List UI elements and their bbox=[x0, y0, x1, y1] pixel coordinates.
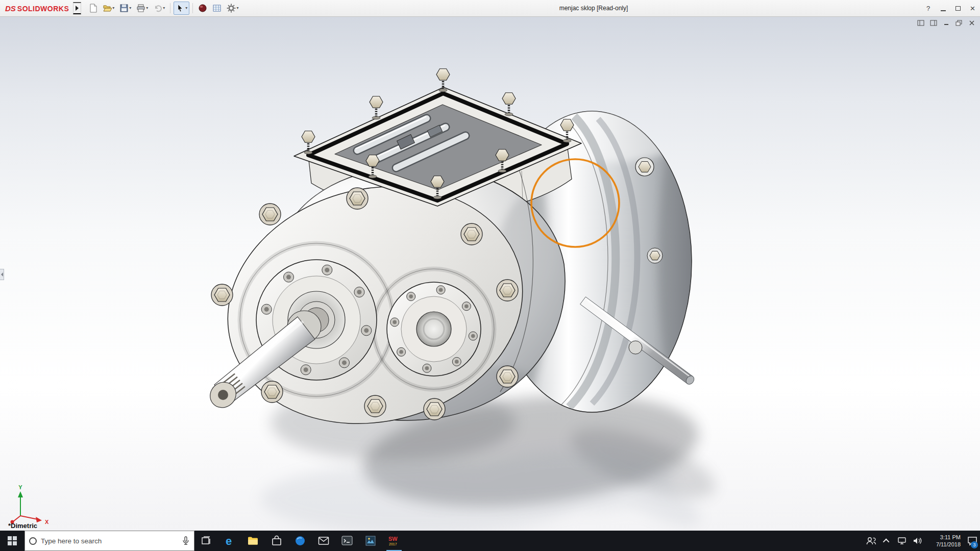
search-input[interactable] bbox=[41, 537, 178, 545]
people-icon bbox=[866, 536, 877, 546]
clock-date: 7/11/2018 bbox=[936, 541, 961, 548]
svg-text:SW: SW bbox=[388, 536, 398, 542]
blue-app-icon bbox=[294, 535, 306, 547]
file-explorer-icon bbox=[247, 535, 259, 547]
help-button[interactable]: ? bbox=[921, 0, 936, 17]
start-button[interactable] bbox=[0, 531, 24, 551]
store-icon bbox=[271, 535, 283, 547]
svg-text:e: e bbox=[226, 535, 232, 547]
options-button[interactable]: ▾ bbox=[225, 2, 240, 15]
doc-pane-left-button[interactable] bbox=[916, 19, 925, 27]
start-icon bbox=[8, 536, 17, 545]
notification-badge: 3 bbox=[971, 541, 978, 548]
mail-button[interactable] bbox=[312, 531, 335, 551]
rebuild-icon bbox=[198, 4, 207, 13]
solidworks-taskbar-button[interactable]: SW 2017 bbox=[382, 531, 406, 551]
close-icon: × bbox=[970, 4, 975, 14]
network-button[interactable] bbox=[894, 531, 910, 551]
secondary-flange[interactable] bbox=[387, 282, 481, 376]
titlebar: DS SOLIDWORKS ▾ bbox=[0, 0, 980, 17]
doc-close-button[interactable] bbox=[967, 19, 976, 27]
minimize-button[interactable] bbox=[936, 0, 950, 17]
save-icon bbox=[119, 4, 129, 13]
toolbar-separator bbox=[170, 3, 170, 13]
select-arrow-icon bbox=[176, 4, 185, 13]
taskbar-search[interactable] bbox=[24, 531, 194, 551]
taskbar-clock[interactable]: 3:11 PM 7/11/2018 bbox=[925, 531, 965, 551]
ds-logo-mark: DS bbox=[5, 4, 16, 13]
open-button[interactable]: ▾ bbox=[101, 2, 116, 15]
print-button[interactable]: ▾ bbox=[134, 2, 150, 15]
undo-button[interactable]: ▾ bbox=[151, 2, 167, 15]
document-window-controls bbox=[916, 19, 976, 27]
triad-y-label: Y bbox=[18, 484, 22, 490]
window-controls: ? × bbox=[921, 0, 980, 17]
toolbar-flyout-button[interactable] bbox=[73, 2, 81, 14]
doc-pane-right-button[interactable] bbox=[929, 19, 938, 27]
microphone-icon[interactable] bbox=[182, 536, 190, 545]
photos-icon bbox=[364, 535, 377, 547]
photos-button[interactable] bbox=[359, 531, 382, 551]
new-document-button[interactable] bbox=[86, 2, 100, 15]
new-document-icon bbox=[88, 4, 97, 13]
options-gear-icon bbox=[227, 4, 236, 13]
open-icon bbox=[103, 4, 112, 13]
task-view-icon bbox=[201, 535, 212, 546]
close-icon bbox=[969, 20, 975, 26]
close-button[interactable]: × bbox=[965, 0, 980, 17]
maximize-icon bbox=[955, 6, 961, 11]
volume-button[interactable] bbox=[910, 531, 925, 551]
volume-icon bbox=[912, 536, 922, 545]
undo-icon bbox=[153, 4, 162, 13]
y-axis-arrow-icon bbox=[18, 491, 23, 497]
flyout-arrow-icon bbox=[76, 6, 79, 11]
network-icon bbox=[897, 536, 907, 545]
solidworks-window: DS SOLIDWORKS ▾ bbox=[0, 0, 980, 551]
toolbar-separator bbox=[192, 3, 193, 13]
minimize-icon bbox=[941, 10, 946, 11]
save-button[interactable]: ▾ bbox=[117, 2, 133, 15]
task-view-button[interactable] bbox=[194, 531, 218, 551]
edge-button[interactable]: e bbox=[218, 531, 241, 551]
edge-icon: e bbox=[224, 535, 236, 547]
hidden-icons-button[interactable] bbox=[879, 531, 894, 551]
doc-minimize-button[interactable] bbox=[942, 19, 950, 27]
doc-restore-button[interactable] bbox=[954, 19, 963, 27]
people-button[interactable] bbox=[864, 531, 879, 551]
restore-icon bbox=[955, 20, 962, 26]
action-center-button[interactable]: 3 bbox=[965, 531, 980, 551]
hidden-icons-chevron-icon bbox=[883, 538, 889, 545]
dropdown-caret-icon: ▾ bbox=[129, 6, 131, 10]
solidworks-logo[interactable]: DS SOLIDWORKS bbox=[0, 4, 73, 13]
mail-icon bbox=[317, 535, 330, 547]
model-3d-view[interactable]: Y X bbox=[0, 17, 980, 531]
triad-x-label: X bbox=[45, 519, 49, 525]
select-tool-button[interactable]: ▾ bbox=[174, 2, 189, 15]
dropdown-caret-icon: ▾ bbox=[236, 6, 238, 10]
dropdown-caret-icon: ▾ bbox=[112, 6, 114, 10]
blue-app-button[interactable] bbox=[288, 531, 312, 551]
clock-time: 3:11 PM bbox=[940, 534, 961, 541]
print-icon bbox=[136, 4, 145, 13]
file-explorer-button[interactable] bbox=[241, 531, 265, 551]
panel-collapse-arrow[interactable] bbox=[0, 269, 4, 280]
orientation-triad: Y X bbox=[11, 484, 50, 525]
file-properties-button[interactable] bbox=[210, 2, 224, 15]
quick-access-toolbar: ▾ ▾ ▾ bbox=[86, 2, 240, 15]
maximize-button[interactable] bbox=[950, 0, 965, 17]
gearbox-model[interactable] bbox=[203, 69, 715, 454]
app-name: SOLIDWORKS bbox=[17, 5, 69, 13]
dropdown-caret-icon: ▾ bbox=[185, 6, 187, 10]
cortana-ring-icon bbox=[29, 537, 37, 545]
collapse-arrow-icon bbox=[1, 272, 3, 277]
store-button[interactable] bbox=[265, 531, 288, 551]
command-prompt-button[interactable] bbox=[335, 531, 359, 551]
graphics-area[interactable]: Y X bbox=[0, 17, 980, 531]
command-prompt-icon bbox=[341, 535, 353, 547]
file-properties-icon bbox=[212, 4, 222, 13]
rebuild-button[interactable] bbox=[196, 2, 209, 15]
windows-taskbar: e bbox=[0, 531, 980, 551]
pane-left-icon bbox=[917, 20, 924, 26]
system-tray: 3:11 PM 7/11/2018 3 bbox=[864, 531, 980, 551]
minimize-icon bbox=[943, 20, 949, 26]
